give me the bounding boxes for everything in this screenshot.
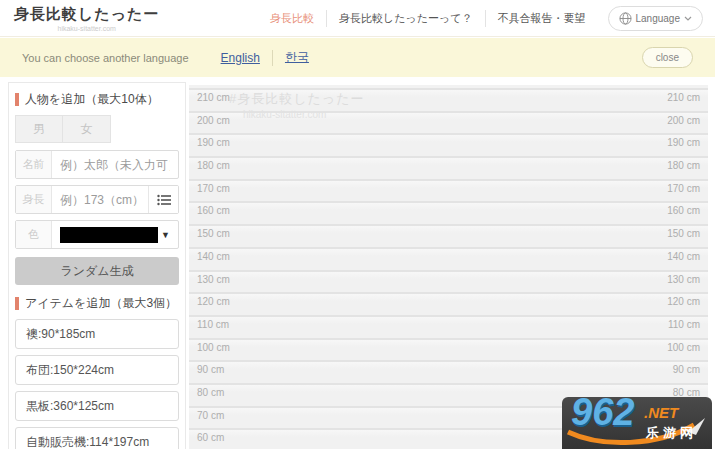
site-title: 身長比較したったー — [14, 5, 159, 24]
scale-label-right: 170 cm — [667, 183, 700, 194]
section-marker — [15, 93, 19, 106]
scale-label-left: 150 cm — [197, 228, 230, 239]
scale-label-right: 190 cm — [667, 137, 700, 148]
scale-label-right: 110 cm — [668, 319, 700, 330]
banner-close-button[interactable]: close — [642, 47, 693, 68]
scale-label-left: 160 cm — [197, 205, 230, 216]
header-nav: 身長比較 身長比較したったーって？ 不具合報告・要望 Language — [258, 6, 703, 31]
item-section-title: アイテムを追加（最大3個） — [25, 295, 177, 312]
language-button[interactable]: Language — [608, 6, 704, 31]
logo-net-suffix: .NET — [644, 404, 678, 421]
scale-label-left: 80 cm — [197, 387, 224, 398]
gender-tab-female[interactable]: 女 — [63, 115, 111, 143]
banner-divider — [272, 50, 273, 66]
scale-row: 150 cm150 cm — [189, 224, 708, 247]
height-comparison-canvas[interactable]: 210 cm210 cm200 cm200 cm190 cm190 cm180 … — [189, 85, 708, 449]
scale-row: 170 cm170 cm — [189, 179, 708, 202]
banner-link-korean[interactable]: 한국 — [285, 49, 309, 66]
scale-label-left: 60 cm — [197, 432, 224, 443]
scale-label-left: 100 cm — [197, 342, 230, 353]
scale-label-right: 130 cm — [667, 274, 700, 285]
banner-message: You can choose another language — [22, 52, 189, 64]
962net-watermark-logo: 962 .NET 乐游网 — [562, 397, 712, 449]
scale-row: 120 cm120 cm — [189, 292, 708, 315]
scale-label-right: 140 cm — [667, 251, 700, 262]
scale-label-right: 200 cm — [667, 115, 700, 126]
height-preset-list-button[interactable] — [148, 186, 178, 213]
scale-row: 140 cm140 cm — [189, 247, 708, 270]
scale-label-right: 90 cm — [673, 364, 700, 375]
logo-number: 962 — [571, 397, 634, 434]
scale-row: 190 cm190 cm — [189, 133, 708, 156]
scale-label-right: 100 cm — [667, 342, 700, 353]
scale-label-right: 150 cm — [667, 228, 700, 239]
logo-chinese-caption: 乐游网 — [646, 424, 697, 442]
scale-label-left: 200 cm — [197, 115, 230, 126]
item-section-header: アイテムを追加（最大3個） — [15, 295, 179, 312]
section-marker — [15, 297, 19, 310]
language-button-label: Language — [636, 13, 681, 24]
height-input[interactable] — [52, 186, 148, 213]
scale-rows: 210 cm210 cm200 cm200 cm190 cm190 cm180 … — [189, 88, 708, 449]
globe-icon — [619, 12, 632, 25]
color-dropdown[interactable]: ▼ — [52, 221, 178, 248]
name-input[interactable] — [52, 151, 178, 178]
scale-label-left: 70 cm — [197, 410, 224, 421]
gender-tab-male[interactable]: 男 — [15, 115, 63, 143]
item-button-futon[interactable]: 布団:150*224cm — [15, 355, 179, 385]
chevron-down-icon — [684, 16, 692, 21]
scale-row: 200 cm200 cm — [189, 111, 708, 134]
app-header: 身長比較したったー hikaku-sitatter.com 身長比較 身長比較し… — [0, 0, 715, 37]
scale-label-left: 210 cm — [197, 92, 230, 103]
scale-label-right: 120 cm — [667, 296, 700, 307]
random-generate-button[interactable]: ランダム生成 — [15, 257, 179, 285]
height-field-row: 身長 — [15, 185, 179, 214]
scale-label-right: 210 cm — [667, 92, 700, 103]
nav-item-about[interactable]: 身長比較したったーって？ — [327, 11, 485, 26]
color-field-row: 色 ▼ — [15, 220, 179, 249]
nav-item-height-compare[interactable]: 身長比較 — [258, 11, 326, 26]
color-field-label: 色 — [16, 221, 52, 248]
item-button-vending-machine[interactable]: 自動販売機:114*197cm — [15, 427, 179, 449]
color-swatch — [60, 227, 158, 243]
scale-label-left: 120 cm — [197, 296, 230, 307]
person-section-title: 人物を追加（最大10体） — [25, 91, 159, 108]
name-field-row: 名前 — [15, 150, 179, 179]
item-button-fusuma[interactable]: 襖:90*185cm — [15, 319, 179, 349]
scale-row: 100 cm100 cm — [189, 338, 708, 361]
scale-label-left: 180 cm — [197, 160, 230, 171]
scale-row: 110 cm110 cm — [189, 315, 708, 338]
site-logo[interactable]: 身長比較したったー hikaku-sitatter.com — [14, 5, 159, 32]
item-button-blackboard[interactable]: 黒板:360*125cm — [15, 391, 179, 421]
list-icon — [157, 194, 171, 206]
language-banner: You can choose another language English … — [0, 38, 715, 77]
banner-link-english[interactable]: English — [221, 51, 260, 65]
scale-label-left: 140 cm — [197, 251, 230, 262]
name-field-label: 名前 — [16, 151, 52, 178]
height-field-label: 身長 — [16, 186, 52, 213]
scale-row: 130 cm130 cm — [189, 270, 708, 293]
person-section-header: 人物を追加（最大10体） — [15, 91, 179, 108]
scale-row: 180 cm180 cm — [189, 156, 708, 179]
scale-label-left: 90 cm — [197, 364, 224, 375]
scale-label-right: 160 cm — [667, 205, 700, 216]
scale-row: 210 cm210 cm — [189, 88, 708, 111]
caret-down-icon: ▼ — [161, 230, 170, 240]
scale-row: 160 cm160 cm — [189, 201, 708, 224]
scale-label-left: 110 cm — [197, 319, 229, 330]
gender-tabs: 男 女 — [15, 115, 179, 143]
site-domain: hikaku-sitatter.com — [14, 25, 159, 32]
scale-label-left: 190 cm — [197, 137, 230, 148]
nav-item-feedback[interactable]: 不具合報告・要望 — [486, 11, 598, 26]
scale-row: 90 cm90 cm — [189, 360, 708, 383]
scale-label-right: 180 cm — [667, 160, 700, 171]
scale-label-left: 170 cm — [197, 183, 230, 194]
scale-label-left: 130 cm — [197, 274, 230, 285]
control-sidebar: 人物を追加（最大10体） 男 女 名前 身長 色 ▼ ランダム生成 アイ — [8, 82, 186, 449]
